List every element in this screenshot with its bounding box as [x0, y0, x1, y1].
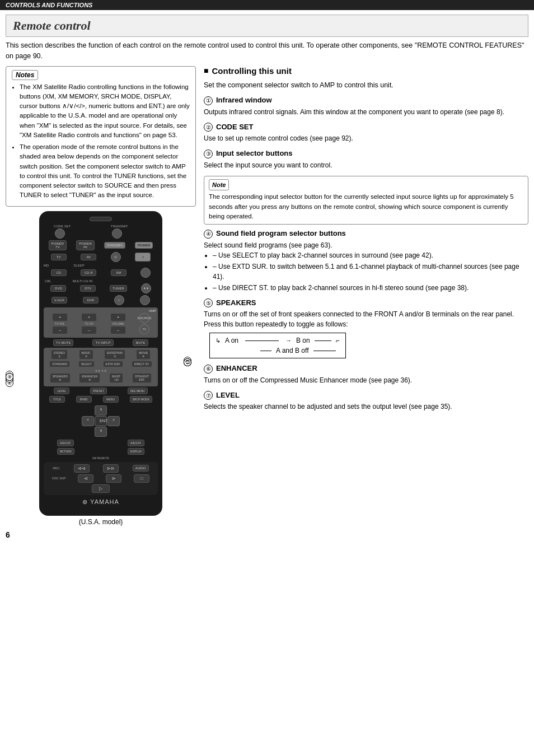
tv-ch-plus-btn[interactable]: + — [81, 313, 97, 321]
speakers-btn[interactable]: SPEAKERS⑨ — [50, 373, 71, 383]
level-title: LEVEL — [216, 391, 240, 399]
xm-btn[interactable]: XM — [111, 269, 127, 276]
dtv-btn[interactable]: DTV — [80, 285, 96, 292]
rew-btn[interactable]: ⊲⊲ — [74, 464, 90, 473]
volume-label: VOLUME — [112, 322, 124, 325]
subsection-speakers: ⑤ SPEAKERS Turns on or off the set of fr… — [204, 298, 528, 359]
num-5: ⑤ — [204, 298, 213, 307]
left-btn[interactable]: < — [82, 416, 94, 426]
bullet-3: – Use DIRECT ST. to play back 2-channel … — [213, 283, 528, 293]
tv-input-btn[interactable]: TV INPUT — [92, 339, 113, 346]
enhancer-text: Turns on or off the Compressed Music Enh… — [204, 375, 528, 385]
bullet-2: – Use EXTD SUR. to switch between 5.1 an… — [213, 262, 528, 282]
one-btn[interactable]: I — [135, 253, 151, 262]
tv-ch-minus-btn[interactable]: – — [81, 326, 97, 334]
tv-vol-minus-btn[interactable]: – — [52, 326, 68, 334]
movie-btn[interactable]: MOVIE④ — [136, 349, 151, 360]
section-intro: Set the component selector switch to AMP… — [204, 80, 528, 91]
direct-st-btn[interactable]: DIRECT ST. — [132, 361, 152, 367]
audio-btn[interactable]: AUDIO — [133, 465, 149, 472]
stop-btn[interactable]: □ — [134, 474, 149, 483]
return-btn[interactable]: RETURN — [57, 448, 74, 455]
stereo-btn[interactable]: STEREO① — [51, 349, 68, 360]
entertain-btn[interactable]: ENTERTAIN③ — [104, 349, 125, 360]
mute-btn[interactable]: MUTE — [133, 339, 148, 346]
see-menu-btn[interactable]: SEE MENU — [128, 388, 148, 394]
notes-title: Notes — [12, 70, 38, 80]
straight-btn[interactable]: STRAIGHTENT. — [132, 373, 152, 383]
music-btn[interactable]: MUSIC② — [79, 349, 93, 360]
av-btn[interactable]: AV — [81, 254, 96, 260]
display-btn[interactable]: DISPLAY — [128, 448, 145, 455]
ff-btn[interactable]: ⊳⊳ — [103, 464, 119, 473]
power-av-btn[interactable]: POWERAV — [76, 240, 95, 250]
dvd-btn[interactable]: DVD — [50, 285, 66, 292]
rec-label: REC — [53, 466, 60, 470]
power-btn[interactable]: POWER — [135, 242, 153, 249]
srch-mode-btn[interactable]: SRCH MODE — [130, 396, 153, 403]
preset-btn[interactable]: PRESET — [90, 388, 107, 394]
tv-circle-btn[interactable]: TV — [139, 324, 149, 334]
title-btn[interactable]: TITLE — [49, 396, 65, 403]
code-set-btn[interactable] — [55, 228, 65, 239]
star-btn[interactable]: ☆ — [114, 295, 124, 305]
notes-list: The XM Satellite Radio controlling funct… — [12, 82, 190, 200]
next-btn[interactable]: ⊳ — [106, 474, 121, 483]
sleep-btn[interactable] — [140, 268, 151, 278]
source-circle-btn[interactable]: SOURCE — [139, 313, 149, 323]
standby-btn[interactable]: STANDBY — [104, 242, 125, 249]
codeset-text: Use to set up remote control codes (see … — [204, 133, 528, 143]
tv-ch-label: TV CH — [85, 322, 93, 325]
sleep-label: SLEEP — [73, 264, 84, 267]
prev-btn[interactable]: ⊲ — [78, 474, 93, 483]
page-title: Remote control — [13, 18, 521, 33]
level-btn[interactable]: LEVEL — [54, 388, 69, 394]
tv-vol-label: TV VOL — [55, 322, 65, 325]
down-btn[interactable]: ∨ — [95, 427, 107, 437]
header-bar: CONTROLS AND FUNCTIONS — [0, 0, 534, 10]
play-btn[interactable]: ▷ — [92, 484, 110, 493]
xm-remote-label: XM REMOTE — [44, 456, 158, 460]
select-btn[interactable]: SELECT — [78, 361, 95, 367]
transmit-btn[interactable] — [112, 228, 122, 239]
power-tv-btn[interactable]: POWERTV — [49, 240, 67, 250]
a-on-text: A on — [225, 337, 238, 344]
cdr-btn[interactable]: CD-R — [81, 269, 96, 276]
disc-btn[interactable]: ⊙ — [111, 252, 121, 262]
vaux-btn[interactable]: V-AUX — [51, 297, 67, 304]
multi-ch-btn[interactable]: ✦✦ — [141, 283, 151, 293]
volume-plus-btn[interactable]: + — [110, 313, 126, 321]
left-column: Notes The XM Satellite Radio controlling… — [6, 66, 196, 526]
tv-vol-plus-btn[interactable]: + — [52, 313, 68, 321]
tuner-btn[interactable]: TUNER — [110, 285, 127, 292]
ae-cat-right-btn[interactable]: A/E/CAT. — [128, 440, 144, 446]
extd-sur-btn[interactable]: EXTD SUR. — [103, 361, 124, 367]
cbl-label: CBL — [45, 279, 51, 283]
note-inline-box: Note The corresponding input selector bu… — [204, 176, 528, 225]
ae-cat-left-btn[interactable]: A/E/CAT. — [57, 440, 74, 446]
ann-21: ㉑ — [184, 358, 191, 366]
speakers-title: SPEAKERS — [216, 298, 256, 307]
menu-btn[interactable]: MENU — [103, 396, 119, 403]
band-btn[interactable]: BAND — [76, 396, 92, 403]
note-item-2: The operation mode of the remote control… — [20, 142, 190, 200]
standard-btn[interactable]: STANDARD — [49, 361, 70, 367]
enhancer-btn[interactable]: ENHANCER⑩ — [79, 373, 100, 383]
input-selector-title: Input selector buttons — [216, 149, 293, 157]
tv-mute-btn[interactable]: TV MUTE — [53, 339, 73, 346]
subsection-level: ⑦ LEVEL Selects the speaker channel to b… — [204, 391, 528, 412]
note-item-1: The XM Satellite Radio controlling funct… — [20, 82, 190, 141]
notes-box: Notes The XM Satellite Radio controlling… — [6, 66, 196, 207]
dvr-btn[interactable]: DVR — [83, 297, 99, 304]
enter-btn[interactable]: ENTER — [95, 416, 107, 426]
right-column: Controlling this unit Set the component … — [204, 66, 528, 526]
disc-skip-label: DISC SKIP — [52, 477, 66, 480]
up-btn[interactable]: ∧ — [95, 405, 107, 416]
cd-btn[interactable]: CD — [51, 269, 67, 276]
tv-btn[interactable]: TV — [51, 254, 67, 260]
right-btn[interactable]: > — [107, 416, 120, 426]
volume-minus-btn[interactable]: – — [110, 326, 126, 334]
header-label: CONTROLS AND FUNCTIONS — [6, 2, 92, 8]
night-btn[interactable]: NIGHT+10 — [109, 373, 124, 383]
subsection-enhancer: ⑥ ENHANCER Turns on or off the Compresse… — [204, 364, 528, 385]
